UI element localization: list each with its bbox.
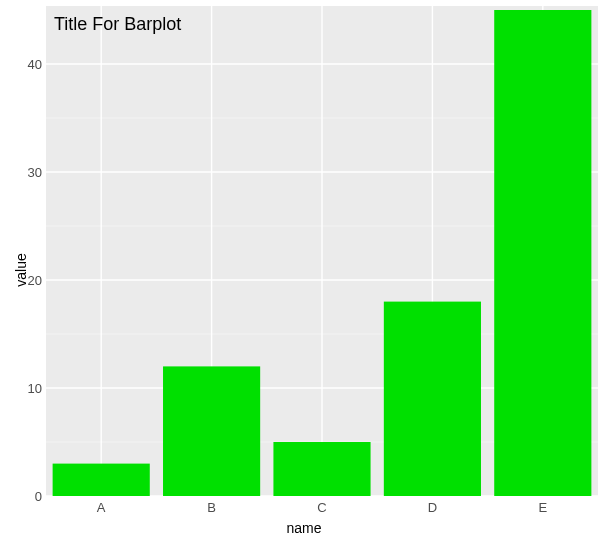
bar-A bbox=[53, 464, 150, 496]
bar-B bbox=[163, 366, 260, 496]
y-tick-label: 40 bbox=[2, 57, 42, 72]
x-axis-label: name bbox=[286, 520, 321, 536]
y-tick-label: 30 bbox=[2, 165, 42, 180]
y-tick-label: 10 bbox=[2, 381, 42, 396]
chart-title: Title For Barplot bbox=[54, 14, 181, 35]
y-tick-label: 0 bbox=[2, 489, 42, 504]
bar-E bbox=[494, 10, 591, 496]
x-tick-label: B bbox=[207, 500, 216, 515]
plot-svg bbox=[46, 6, 598, 496]
x-tick-label: C bbox=[317, 500, 326, 515]
y-tick-label: 20 bbox=[2, 273, 42, 288]
x-tick-label: E bbox=[538, 500, 547, 515]
bar-C bbox=[273, 442, 370, 496]
plot-panel bbox=[46, 6, 598, 496]
bar-D bbox=[384, 302, 481, 496]
x-tick-label: D bbox=[428, 500, 437, 515]
bar-chart: Title For Barplot value name 010203040 A… bbox=[0, 0, 608, 540]
x-tick-label: A bbox=[97, 500, 106, 515]
